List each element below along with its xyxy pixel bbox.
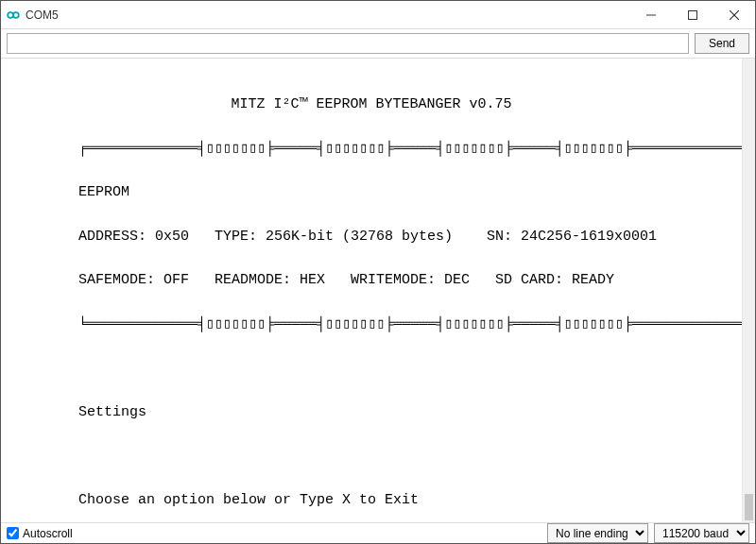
window-title: COM5	[26, 8, 59, 22]
serial-output: MITZ I²C™ EEPROM BYTEBANGER v0.75 ╒═════…	[1, 59, 742, 522]
app-title: MITZ I²C™ EEPROM BYTEBANGER v0.75	[1, 94, 742, 115]
close-icon	[730, 10, 739, 20]
maximize-button[interactable]	[672, 1, 713, 29]
blank	[1, 445, 742, 467]
autoscroll-input[interactable]	[7, 527, 19, 539]
autoscroll-checkbox[interactable]: Autoscroll	[7, 527, 73, 540]
status-line-3: SAFEMODE: OFF READMODE: HEX WRITEMODE: D…	[1, 269, 742, 291]
terminal-area: MITZ I²C™ EEPROM BYTEBANGER v0.75 ╒═════…	[1, 59, 755, 522]
scrollbar-thumb[interactable]	[745, 494, 753, 520]
section-title: Settings	[1, 401, 742, 423]
minimize-button[interactable]	[630, 1, 672, 29]
scrollbar[interactable]	[742, 59, 755, 522]
autoscroll-label: Autoscroll	[23, 527, 73, 540]
maximize-icon	[688, 10, 697, 20]
close-button[interactable]	[713, 1, 755, 29]
blank	[1, 357, 742, 379]
arduino-icon	[7, 8, 20, 22]
line-ending-select[interactable]: No line ending	[547, 523, 648, 543]
send-button[interactable]: Send	[695, 33, 749, 54]
status-line-1: EEPROM	[1, 181, 742, 203]
svg-rect-3	[689, 10, 697, 19]
send-row: Send	[1, 29, 755, 59]
svg-point-1	[13, 12, 19, 18]
status-line-2: ADDRESS: 0x50 TYPE: 256K-bit (32768 byte…	[1, 226, 742, 247]
border-bottom: ╘═════════════╡▯▯▯▯▯▯▯╞═════╡▯▯▯▯▯▯▯╞═══…	[1, 314, 742, 335]
menu-prompt: Choose an option below or Type X to Exit	[1, 489, 742, 511]
minimize-icon	[646, 10, 656, 20]
serial-input[interactable]	[7, 33, 689, 54]
border-top: ╒═════════════╡▯▯▯▯▯▯▯╞═════╡▯▯▯▯▯▯▯╞═══…	[1, 138, 742, 160]
scrollbar-track[interactable]	[743, 59, 755, 522]
baud-select[interactable]: 115200 baud	[654, 523, 749, 543]
titlebar: COM5	[1, 1, 755, 29]
bottom-bar: Autoscroll No line ending 115200 baud	[1, 522, 755, 543]
